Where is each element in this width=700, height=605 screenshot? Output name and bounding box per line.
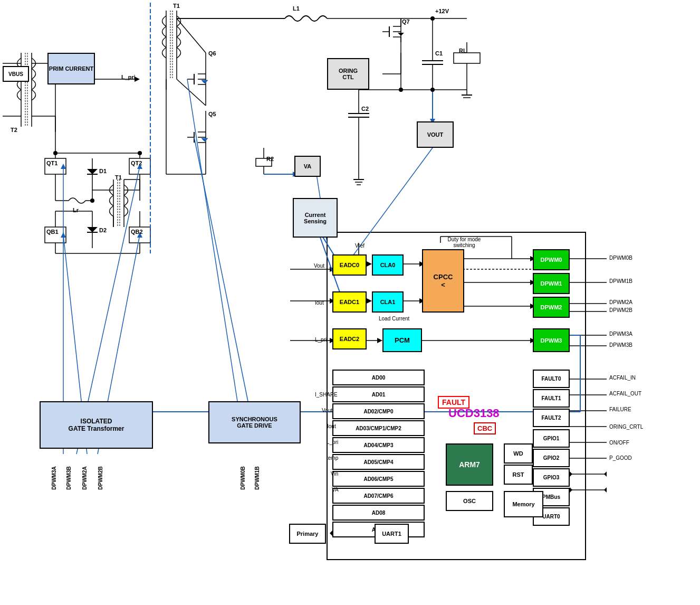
dpwm1b-rot-label: DPWM1B: [254, 466, 260, 489]
rl-label: RL: [459, 48, 467, 54]
eadc2-block: EADC2: [332, 328, 367, 349]
svg-point-197: [90, 198, 94, 203]
primary-block: Primary: [289, 524, 326, 544]
wd-block: WD: [504, 443, 533, 464]
load-current-label: Load Current: [379, 316, 409, 322]
oring-ctl-block: ORINGCTL: [327, 58, 369, 90]
dpwm3-block: DPWM3: [533, 328, 570, 352]
cpcc-block: CPCC<: [422, 249, 464, 313]
prim-current-block: PRIM CURRENT: [47, 53, 95, 84]
svg-point-196: [138, 151, 142, 155]
va-ad-label: VA: [332, 487, 339, 493]
ad02: AD02/CMP0: [332, 403, 425, 419]
svg-point-198: [430, 88, 435, 92]
i-share-label: I_SHARE: [315, 392, 338, 398]
c2-label: C2: [361, 106, 369, 112]
acfail-in-label: ACFAIL_IN: [609, 375, 636, 381]
acfail-out-label: ACFAIL_OUT: [609, 391, 641, 396]
t1-top-label: T1: [173, 3, 180, 9]
svg-marker-88: [87, 169, 98, 174]
cla1-block: CLA1: [372, 291, 404, 313]
rst-block: RST: [504, 465, 533, 485]
eadc0-block: EADC0: [332, 254, 367, 276]
duty-label: Duty for modeswitching: [433, 237, 496, 248]
q5-label: Q5: [208, 111, 216, 117]
cbc-badge: CBC: [474, 422, 496, 434]
arm7-block: ARM7: [446, 443, 493, 486]
ad03: AD03/CMP1/CMP2: [332, 420, 425, 436]
l-pri-sig-label: L_pri: [315, 337, 327, 343]
svg-marker-176: [604, 471, 607, 477]
l-pri-ad-label: L_pri: [327, 439, 338, 445]
fault2-block: FAULT2: [533, 409, 570, 427]
svg-marker-32: [202, 80, 208, 83]
svg-point-195: [53, 151, 57, 155]
dpwm0-block: DPWM0: [533, 249, 570, 270]
vin-ad-label: Vin: [331, 471, 338, 477]
dpwm2-block: DPWM2: [533, 297, 570, 318]
qb1-label: QB1: [46, 229, 59, 235]
svg-marker-92: [87, 227, 98, 232]
qt2-label: QT2: [131, 160, 142, 166]
failure-label: FAILURE: [609, 407, 631, 412]
svg-marker-39: [202, 138, 208, 141]
qb2-label: QB2: [131, 229, 143, 235]
vout-sig-label: Vout: [314, 263, 324, 269]
p-good-label: P_GOOD: [609, 455, 632, 461]
svg-line-194: [194, 137, 248, 401]
svg-line-61: [177, 79, 206, 106]
dpwm3b-rot-label: DPWM3B: [66, 466, 72, 489]
dpwm3a-out-label: DPWM3A: [609, 331, 632, 337]
svg-marker-129: [61, 232, 66, 238]
svg-marker-178: [570, 487, 572, 493]
memory-block: Memory: [504, 491, 543, 517]
q7-label: Q7: [402, 18, 410, 25]
dpwm2a-rot-label: DPWM2A: [82, 466, 88, 489]
current-sensing-block: CurrentSensing: [293, 198, 338, 238]
plus12v-label: +12V: [435, 8, 449, 14]
svg-marker-179: [604, 487, 607, 493]
vref-label: Vref: [355, 243, 365, 249]
on-off-label: ON/OFF: [609, 440, 629, 446]
ad01: AD01: [332, 386, 425, 402]
va-block: VA: [294, 156, 321, 177]
svg-marker-125: [61, 164, 66, 169]
dpwm2a-out-label: DPWM2A: [609, 299, 632, 305]
sync-gate-block: SYNCHRONOUSGATE DRIVE: [208, 401, 301, 443]
r2-label: R2: [266, 156, 274, 162]
isolated-gate-block: ISOLATEDGATE Transformer: [40, 401, 153, 449]
ad00: AD00: [332, 370, 425, 385]
dpwm3b-out-label: DPWM3B: [609, 342, 632, 348]
svg-marker-25: [398, 33, 404, 36]
dpwm2b-out-label: DPWM2B: [609, 307, 632, 313]
svg-marker-157: [367, 261, 372, 267]
ucd3138-label: UCD3138: [448, 407, 500, 420]
dpwm2b-rot-label: DPWM2B: [98, 466, 103, 489]
ad06: AD06/CMP5: [332, 471, 425, 487]
uart1-block: UART1: [375, 524, 409, 544]
oring-crtl-label: ORING_CRTL: [609, 424, 643, 430]
vout-block: VOUT: [417, 121, 454, 148]
pcm-block: PCM: [382, 328, 422, 352]
dpwm1b-out-label: DPWM1B: [609, 278, 632, 284]
d2-label: D2: [99, 227, 107, 233]
dpwm1-block: DPWM1: [533, 273, 570, 294]
dpwm0b-rot-label: DPWM0B: [240, 466, 246, 489]
svg-rect-44: [454, 53, 480, 63]
diagram-container: VBUS PRIM CURRENT ISOLATEDGATE Transform…: [0, 0, 700, 605]
cla0-block: CLA0: [372, 254, 404, 276]
c1-label: C1: [435, 50, 443, 56]
dpwm3a-rot-label: DPWM3A: [51, 466, 57, 489]
ad08: AD08: [332, 505, 425, 521]
gpio2-block: GPIO2: [533, 449, 570, 467]
dpwm0b-out-label: DPWM0B: [609, 255, 632, 261]
fault1-block: FAULT1: [533, 389, 570, 408]
gpio1-block: GPIO1: [533, 429, 570, 448]
iout-ad-label: Iout: [327, 423, 336, 429]
eadc1-block: EADC1: [332, 291, 367, 313]
svg-marker-161: [377, 338, 382, 343]
gpio3-block: GPIO3: [533, 468, 570, 487]
svg-line-193: [187, 79, 237, 401]
vbus-block: VBUS: [3, 66, 29, 82]
svg-line-186: [343, 148, 433, 269]
